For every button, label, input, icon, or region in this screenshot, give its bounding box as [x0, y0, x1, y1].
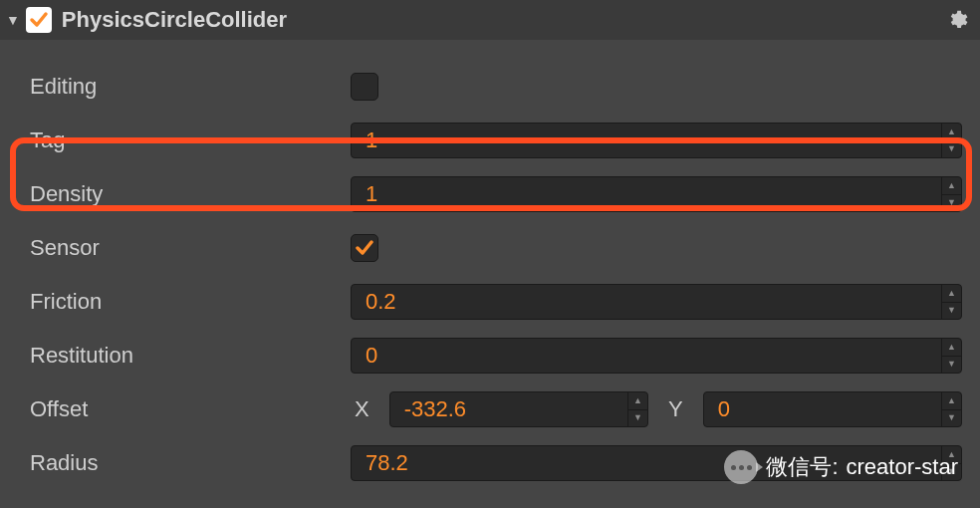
spinner-down-icon[interactable]: ▼	[942, 410, 961, 427]
spinner-down-icon[interactable]: ▼	[942, 303, 961, 320]
component-panel: ▼ PhysicsCircleCollider Editing Tag 1 ▲▼	[0, 0, 980, 490]
friction-value: 0.2	[352, 289, 941, 315]
friction-spinner[interactable]: ▲▼	[941, 285, 961, 319]
offset-x-spinner[interactable]: ▲▼	[627, 392, 647, 426]
tag-spinner[interactable]: ▲▼	[941, 124, 961, 157]
density-spinner[interactable]: ▲▼	[941, 177, 961, 211]
label-sensor: Sensor	[28, 235, 351, 261]
restitution-spinner[interactable]: ▲▼	[941, 339, 961, 373]
density-value: 1	[352, 181, 941, 207]
spinner-up-icon[interactable]: ▲	[628, 392, 647, 410]
tag-input[interactable]: 1 ▲▼	[351, 123, 962, 158]
component-header[interactable]: ▼ PhysicsCircleCollider	[0, 0, 980, 40]
radius-spinner[interactable]: ▲▼	[941, 446, 961, 480]
radius-value: 78.2	[352, 450, 941, 476]
spinner-down-icon[interactable]: ▼	[628, 410, 647, 427]
spinner-up-icon[interactable]: ▲	[942, 392, 961, 410]
spinner-down-icon[interactable]: ▼	[942, 357, 961, 374]
label-editing: Editing	[28, 74, 351, 100]
gear-icon[interactable]	[946, 9, 968, 31]
enable-checkbox[interactable]	[26, 7, 52, 33]
spinner-up-icon[interactable]: ▲	[942, 124, 961, 141]
row-friction: Friction 0.2 ▲▼	[28, 275, 962, 329]
label-radius: Radius	[28, 450, 351, 476]
row-editing: Editing	[28, 60, 962, 114]
row-tag: Tag 1 ▲▼	[28, 114, 962, 167]
spinner-down-icon[interactable]: ▼	[942, 195, 961, 212]
component-title: PhysicsCircleCollider	[62, 7, 946, 33]
restitution-value: 0	[352, 343, 941, 369]
spinner-down-icon[interactable]: ▼	[942, 141, 961, 158]
density-input[interactable]: 1 ▲▼	[351, 176, 962, 212]
label-density: Density	[28, 181, 351, 207]
label-tag: Tag	[28, 127, 351, 153]
spinner-down-icon[interactable]: ▼	[942, 464, 961, 481]
row-restitution: Restitution 0 ▲▼	[28, 329, 962, 382]
offset-y-input[interactable]: 0 ▲▼	[703, 391, 962, 427]
label-offset: Offset	[28, 396, 351, 422]
label-friction: Friction	[28, 289, 351, 315]
friction-input[interactable]: 0.2 ▲▼	[351, 284, 962, 320]
offset-y-label: Y	[664, 396, 687, 422]
spinner-up-icon[interactable]: ▲	[942, 177, 961, 195]
editing-checkbox[interactable]	[351, 73, 378, 101]
component-body: Editing Tag 1 ▲▼ Density 1 ▲▼	[0, 40, 980, 490]
spinner-up-icon[interactable]: ▲	[942, 285, 961, 303]
offset-x-label: X	[351, 396, 373, 422]
collapse-icon[interactable]: ▼	[6, 12, 20, 28]
offset-y-spinner[interactable]: ▲▼	[941, 392, 961, 426]
sensor-checkbox[interactable]	[351, 234, 378, 262]
spinner-up-icon[interactable]: ▲	[942, 339, 961, 357]
offset-x-input[interactable]: -332.6 ▲▼	[389, 391, 648, 427]
radius-input[interactable]: 78.2 ▲▼	[351, 445, 962, 481]
row-sensor: Sensor	[28, 221, 962, 275]
offset-x-value: -332.6	[390, 396, 627, 422]
row-radius: Radius 78.2 ▲▼	[28, 436, 962, 490]
tag-value: 1	[352, 127, 941, 153]
row-density: Density 1 ▲▼	[28, 167, 962, 221]
spinner-up-icon[interactable]: ▲	[942, 446, 961, 464]
restitution-input[interactable]: 0 ▲▼	[351, 338, 962, 374]
label-restitution: Restitution	[28, 343, 351, 369]
row-offset: Offset X -332.6 ▲▼ Y 0 ▲▼	[28, 382, 962, 436]
offset-y-value: 0	[704, 396, 941, 422]
